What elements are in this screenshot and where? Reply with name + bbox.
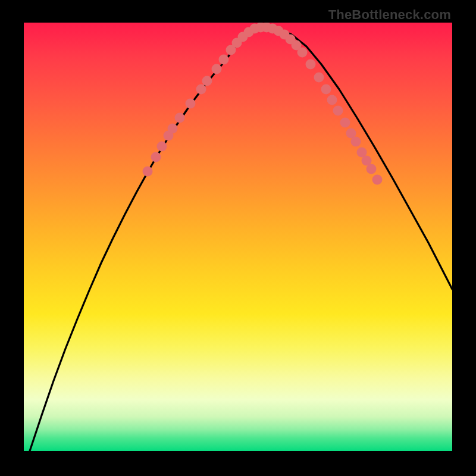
plot-area xyxy=(24,23,452,451)
chart-container: TheBottleneck.com xyxy=(0,0,476,476)
watermark-text: TheBottleneck.com xyxy=(328,7,451,23)
